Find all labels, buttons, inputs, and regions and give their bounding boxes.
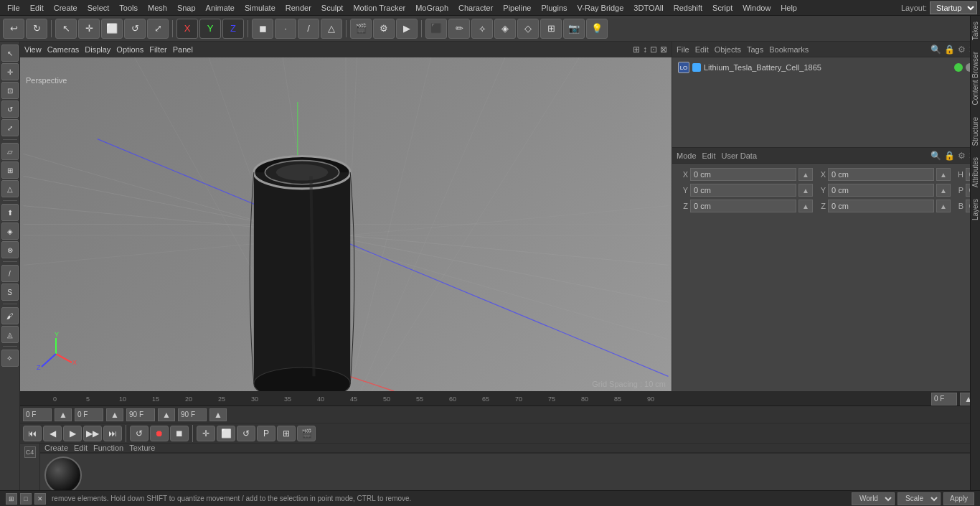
- coord-rz-input[interactable]: [828, 200, 934, 212]
- y-axis-btn[interactable]: Y: [199, 19, 221, 39]
- coord-pz-input[interactable]: [690, 200, 796, 212]
- tree-item[interactable]: LO Lithium_Tesla_Battery_Cell_1865: [675, 60, 977, 75]
- status-icon-3[interactable]: ✕: [34, 493, 46, 505]
- world-dropdown[interactable]: World: [852, 492, 895, 505]
- tool-spline2[interactable]: ⟡: [1, 350, 19, 367]
- tool-scale[interactable]: ⊡: [1, 82, 19, 99]
- render-settings-btn[interactable]: ⚙: [373, 19, 395, 39]
- tree-lock-icon[interactable]: 🔒: [944, 44, 955, 55]
- menu-file[interactable]: File: [3, 2, 24, 14]
- attr-search-icon[interactable]: 🔍: [930, 151, 941, 161]
- move-tool[interactable]: ✛: [78, 19, 100, 39]
- tree-search-icon[interactable]: 🔍: [930, 44, 941, 55]
- undo-button[interactable]: ↩: [3, 19, 24, 39]
- rotate-tool-2[interactable]: ↺: [237, 426, 255, 441]
- nurbs-btn[interactable]: ◈: [494, 19, 516, 39]
- coord-px-unit[interactable]: ▲: [798, 168, 813, 181]
- coord-rx-input[interactable]: [828, 168, 934, 181]
- viewport-filter[interactable]: Filter: [149, 45, 166, 54]
- mat-texture[interactable]: Texture: [129, 444, 155, 452]
- tool-bridge[interactable]: ⊗: [1, 241, 19, 258]
- array-btn[interactable]: ⊞: [540, 19, 562, 39]
- coord-pz-unit[interactable]: ▲: [798, 200, 813, 212]
- to-start-btn[interactable]: ⏮: [23, 426, 42, 441]
- pivot-btn[interactable]: P: [257, 426, 275, 441]
- tool-polygon[interactable]: △: [1, 180, 19, 197]
- tree-header-bookmarks[interactable]: Bookmarks: [769, 45, 809, 54]
- viewport-panel[interactable]: Panel: [173, 45, 193, 54]
- tree-settings-icon[interactable]: ⚙: [958, 44, 966, 55]
- record-btn[interactable]: ⏺: [150, 426, 169, 441]
- coord-rx-unit[interactable]: ▲: [936, 168, 951, 181]
- menu-script[interactable]: Script: [708, 2, 737, 14]
- stop-record-btn[interactable]: ⏹: [170, 426, 189, 441]
- timeline-ruler[interactable]: 0 5 10 15 20 25 30 35 40 45 50 55 60 65 …: [20, 392, 980, 406]
- tool-array[interactable]: ⊞: [1, 161, 19, 179]
- apply-button[interactable]: Apply: [943, 492, 974, 505]
- vtab-structure[interactable]: Structure: [970, 111, 980, 152]
- coord-ry-input[interactable]: [828, 184, 934, 197]
- menu-window[interactable]: Window: [738, 2, 775, 14]
- step-forward-btn[interactable]: ▶▶: [83, 426, 102, 441]
- move-tool-2[interactable]: ✛: [197, 426, 215, 441]
- viewport-icon-4[interactable]: ⊠: [660, 44, 667, 55]
- mat-function[interactable]: Function: [93, 444, 123, 452]
- coord-py-input[interactable]: [690, 184, 796, 197]
- tree-header-tags[interactable]: Tags: [747, 45, 763, 54]
- coord-ry-unit[interactable]: ▲: [936, 184, 951, 197]
- to-end-btn[interactable]: ⏭: [103, 426, 122, 441]
- tree-header-objects[interactable]: Objects: [715, 45, 741, 54]
- menu-select[interactable]: Select: [83, 2, 114, 14]
- tool-magnet[interactable]: S: [1, 284, 19, 301]
- viewport-cameras[interactable]: Cameras: [47, 45, 80, 54]
- material-thumbnail[interactable]: [44, 456, 82, 494]
- menu-edit[interactable]: Edit: [26, 2, 48, 14]
- viewport-icon-2[interactable]: ↕: [643, 44, 647, 55]
- menu-sculpt[interactable]: Sculpt: [317, 2, 348, 14]
- menu-3dtoall[interactable]: 3DTOAll: [629, 2, 667, 14]
- select-tool[interactable]: ↖: [55, 19, 77, 39]
- menu-plugins[interactable]: Plugins: [537, 2, 571, 14]
- object-mode-btn[interactable]: ◼: [252, 19, 273, 39]
- tool-knife[interactable]: /: [1, 265, 19, 282]
- menu-mograph[interactable]: MoGraph: [411, 2, 453, 14]
- menu-help[interactable]: Help: [776, 2, 801, 14]
- menu-render[interactable]: Render: [281, 2, 316, 14]
- tool-move[interactable]: ✛: [1, 63, 19, 80]
- menu-character[interactable]: Character: [454, 2, 497, 14]
- menu-mesh[interactable]: Mesh: [143, 2, 171, 14]
- menu-motion-tracker[interactable]: Motion Tracker: [349, 2, 410, 14]
- tree-header-edit[interactable]: Edit: [695, 45, 709, 54]
- tool-rotate[interactable]: ↺: [1, 100, 19, 118]
- spline-btn[interactable]: ⟡: [471, 19, 493, 39]
- menu-pipeline[interactable]: Pipeline: [499, 2, 535, 14]
- menu-vray[interactable]: V-Ray Bridge: [573, 2, 628, 14]
- viewport-icon-3[interactable]: ⊡: [650, 44, 657, 55]
- tool-transform[interactable]: ⤢: [1, 119, 19, 136]
- attr-header-edit[interactable]: Edit: [702, 151, 716, 160]
- light-btn[interactable]: 💡: [586, 19, 608, 39]
- start-frame-up[interactable]: ▲: [55, 408, 72, 421]
- tool-sculpt[interactable]: ◬: [1, 326, 19, 343]
- render-btn[interactable]: ▶: [396, 19, 418, 39]
- current-frame-up[interactable]: ▲: [106, 408, 123, 421]
- play-btn[interactable]: ▶: [63, 426, 82, 441]
- dots-btn[interactable]: ⊞: [277, 426, 296, 441]
- status-icon-2[interactable]: □: [20, 493, 32, 505]
- scale-dropdown[interactable]: Scale: [897, 492, 941, 505]
- attr-settings-icon[interactable]: ⚙: [958, 151, 966, 161]
- scale-tool[interactable]: ⬜: [101, 19, 123, 39]
- status-icon-1[interactable]: ⊞: [6, 493, 17, 505]
- menu-simulate[interactable]: Simulate: [240, 2, 280, 14]
- pen-btn[interactable]: ✏: [448, 19, 470, 39]
- start-frame-input[interactable]: [23, 408, 52, 421]
- tool-mirror[interactable]: ▱: [1, 143, 19, 160]
- menu-animate[interactable]: Animate: [202, 2, 239, 14]
- attr-header-mode[interactable]: Mode: [677, 151, 697, 160]
- coord-px-input[interactable]: [690, 168, 796, 181]
- viewport-canvas[interactable]: Perspective Grid Spacing : 10 cm X Y Z: [20, 57, 672, 391]
- vtab-content-browser[interactable]: Content Browser: [970, 46, 980, 111]
- cinema4d-logo[interactable]: C4: [24, 446, 36, 458]
- points-mode-btn[interactable]: ·: [275, 19, 296, 39]
- render-view-btn[interactable]: 🎬: [350, 19, 372, 39]
